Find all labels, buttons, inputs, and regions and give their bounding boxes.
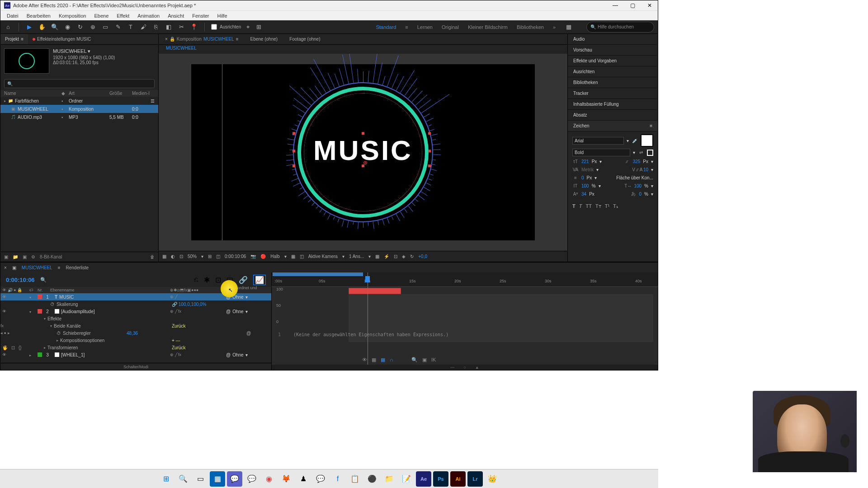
comp-breadcrumb[interactable]: MUSICWHEEL — [159, 45, 567, 54]
illustrator-icon[interactable]: Ai — [450, 471, 466, 487]
asset-row-audio[interactable]: 🎵AUDIO.mp3 ▪ MP35,5 MB0:0 — [0, 113, 158, 121]
superscript-icon[interactable]: T¹ — [605, 203, 609, 209]
workspace-menu-icon[interactable]: ≡ — [405, 24, 408, 30]
bold-icon[interactable]: T — [572, 203, 576, 209]
taskview-icon[interactable]: ▭ — [193, 471, 208, 487]
panel-vorschau[interactable]: Vorschau — [568, 45, 658, 56]
panel-bibliotheken[interactable]: Bibliotheken — [568, 77, 658, 88]
clone-tool[interactable]: ⎘ — [152, 23, 160, 31]
project-tab[interactable]: Projekt ≡ — [0, 34, 28, 44]
obs-icon[interactable]: ⚫ — [364, 471, 380, 487]
graph-snap-icon[interactable]: ▦ — [381, 357, 385, 363]
panel-inhaltsbasiert[interactable]: Inhaltsbasierte Füllung — [568, 99, 658, 110]
stopwatch-icon[interactable]: ⏱ — [57, 331, 61, 336]
graph-opts-icon[interactable]: ▦ — [372, 357, 376, 363]
taskbar-app-5[interactable]: 📋 — [347, 471, 363, 487]
flowchart-icon[interactable]: ◈ — [402, 254, 406, 259]
eye-icon[interactable]: 👁 — [2, 295, 6, 299]
explorer-icon[interactable]: 📁 — [382, 471, 397, 487]
allcaps-icon[interactable]: TT — [585, 203, 591, 209]
menu-datei[interactable]: Datei — [3, 12, 22, 19]
channel-icon[interactable]: 🔴 — [260, 254, 266, 259]
col-groesse[interactable]: Größe — [109, 91, 132, 96]
layer-viewer-tab[interactable]: Ebene (ohne) — [247, 37, 282, 42]
timeline-timecode[interactable]: 0:00:10:06 — [6, 277, 35, 283]
footage-viewer-tab[interactable]: Footage (ohne) — [286, 37, 324, 42]
renderlist-tab[interactable]: Renderliste — [66, 265, 89, 270]
tl-footer-icon1[interactable]: 🖐 — [2, 345, 8, 350]
3d-icon[interactable]: ◫ — [300, 254, 304, 259]
text-tool[interactable]: T — [127, 23, 135, 31]
viewport[interactable]: MUSIC ⊕ — [159, 54, 567, 251]
taskbar-app-6[interactable]: 📝 — [399, 471, 414, 487]
after-effects-icon[interactable]: Ae — [416, 471, 431, 487]
tl-opt1-icon[interactable]: ⎌ — [194, 276, 198, 284]
help-search[interactable]: 🔍 Hilfe durchsuchen — [586, 22, 654, 33]
pickwhip-icon[interactable]: @ — [226, 352, 231, 357]
graph-auto-icon[interactable]: ∩ — [390, 357, 393, 363]
facebook-icon[interactable]: f — [330, 471, 345, 487]
kerning-val[interactable]: Metrik — [581, 167, 594, 172]
taskbar-search-icon[interactable]: 🔍 — [175, 471, 191, 487]
effect-controls-tab[interactable]: Effekteinstellungen MUSIC — [28, 34, 95, 44]
tsume-val[interactable]: 0 — [639, 192, 642, 197]
eraser-tool[interactable]: ◧ — [165, 23, 173, 31]
zoom-tool[interactable]: 🔍 — [51, 23, 59, 31]
settings-icon[interactable]: ⚙ — [31, 254, 35, 259]
start-button[interactable]: ⊞ — [158, 471, 174, 487]
layer-3[interactable]: 👁 ▸ 3 [WHEEL_1] ⊕ ╱ fx @Ohne ▾ — [0, 351, 271, 358]
tl-opt5-icon[interactable]: 🔗 — [239, 276, 248, 284]
workspace-original[interactable]: Original — [442, 24, 459, 30]
orbit-tool[interactable]: ◉ — [63, 23, 71, 31]
lightroom-icon[interactable]: Lr — [467, 471, 483, 487]
close-button[interactable]: ✕ — [645, 2, 654, 9]
quality-select[interactable]: Halb — [270, 254, 280, 259]
fill-color-swatch[interactable] — [641, 134, 653, 147]
eye-icon[interactable]: 👁 — [2, 352, 6, 357]
stopwatch-icon[interactable]: ⏱ — [50, 302, 55, 307]
menu-bearbeiten[interactable]: Bearbeiten — [23, 12, 54, 19]
tl-footer-icon3[interactable]: {} — [19, 345, 22, 350]
stroke-val[interactable]: 0 — [581, 175, 584, 180]
roto-tool[interactable]: ✂ — [177, 23, 185, 31]
graph-ik-icon[interactable]: IK — [431, 357, 436, 363]
layer-color[interactable] — [38, 309, 42, 314]
baseline-val[interactable]: 34 — [581, 192, 586, 197]
graph-eye-icon[interactable]: 👁 — [362, 357, 367, 363]
hscale-val[interactable]: 100 — [634, 183, 642, 188]
stroke-color-swatch[interactable] — [647, 150, 653, 156]
layer-color[interactable] — [38, 295, 42, 299]
italic-icon[interactable]: T — [579, 203, 582, 209]
panel-zeichen[interactable]: Zeichen≡ — [568, 121, 658, 131]
menu-fenster[interactable]: Fenster — [189, 12, 212, 19]
col-label-icon[interactable]: ◆ — [61, 91, 69, 96]
eye-icon[interactable]: 👁 — [2, 309, 6, 314]
zoom-level[interactable]: 50% — [188, 254, 197, 259]
menu-animation[interactable]: Animation — [134, 12, 163, 19]
selection-handles[interactable] — [294, 133, 429, 166]
timeline-icon[interactable]: ⊡ — [394, 254, 397, 259]
selection-tool[interactable]: ▶ — [25, 23, 33, 31]
transparency-icon[interactable]: ▦ — [291, 254, 295, 259]
keyframe-nav-icon[interactable]: ▸ — [8, 331, 10, 335]
workspace-lernen[interactable]: Lernen — [417, 24, 433, 30]
swap-icon[interactable]: ⇄ — [638, 150, 644, 156]
col-art[interactable]: Art — [69, 91, 109, 96]
smallcaps-icon[interactable]: Tᴛ — [595, 203, 601, 209]
views-select[interactable]: 1 Ans... — [349, 254, 364, 259]
layer-color[interactable] — [38, 352, 42, 357]
vscale-val[interactable]: 100 — [581, 183, 589, 188]
expand-icon[interactable]: ▾ — [29, 296, 31, 300]
graph-sel-icon[interactable]: ▣ — [422, 357, 427, 363]
maximize-button[interactable]: ▢ — [628, 2, 637, 9]
workspace-panel-icon[interactable]: ▦ — [565, 23, 573, 31]
menu-ebene[interactable]: Ebene — [90, 12, 112, 19]
col-name[interactable]: Name — [4, 91, 61, 96]
col-medien[interactable]: Medien-I — [132, 91, 155, 96]
snap-grid-icon[interactable]: ⊞ — [255, 23, 263, 31]
workspace-klein[interactable]: Kleiner Bildschirm — [468, 24, 508, 30]
timecode-display[interactable]: 0:00:10:06 — [225, 254, 246, 259]
rotate-tool[interactable]: ↻ — [76, 23, 84, 31]
pixel-aspect-icon[interactable]: ▦ — [375, 254, 379, 259]
menu-hilfe[interactable]: Hilfe — [214, 12, 231, 19]
